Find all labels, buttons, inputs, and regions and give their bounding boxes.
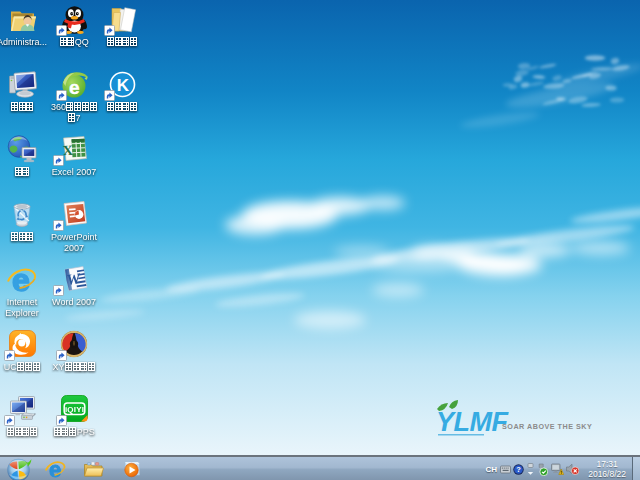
svg-text:K: K xyxy=(116,76,129,95)
svg-text:SOAR ABOVE THE SKY: SOAR ABOVE THE SKY xyxy=(502,422,592,431)
svg-text:X: X xyxy=(62,143,73,159)
svg-text:YLMF: YLMF xyxy=(436,407,509,437)
svg-text:iQIYI: iQIYI xyxy=(64,405,83,414)
svg-text:e: e xyxy=(69,77,80,98)
svg-text:?: ? xyxy=(516,465,521,474)
